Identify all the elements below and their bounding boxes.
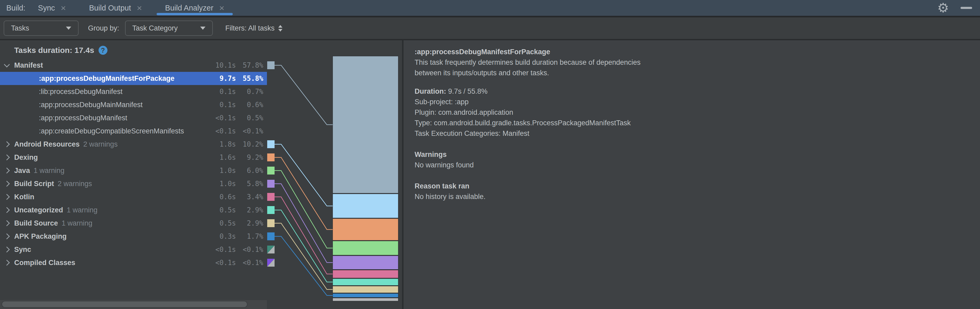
tree-row[interactable]: Android Resources2 warnings1.8s10.2% bbox=[0, 138, 267, 151]
task-description-line: between its inputs/outputs and other tas… bbox=[415, 68, 980, 78]
minimize-icon[interactable] bbox=[961, 7, 972, 9]
tree-row[interactable]: APK Packaging0.3s1.7% bbox=[0, 230, 267, 243]
bar-segment[interactable] bbox=[332, 218, 398, 240]
task-percent: 57.8% bbox=[221, 59, 263, 72]
task-percent: 1.7% bbox=[221, 230, 263, 243]
bar-segment[interactable] bbox=[332, 56, 398, 193]
row-text: APK Packaging bbox=[14, 230, 211, 243]
close-icon[interactable]: × bbox=[219, 3, 224, 12]
chevron-collapsed-icon[interactable] bbox=[4, 155, 10, 160]
tree-row[interactable]: :app:processDebugMainManifest0.1s0.6% bbox=[0, 98, 267, 111]
build-analyzer-window: Build: Sync×Build Output×Build Analyzer×… bbox=[0, 0, 980, 309]
tree-row[interactable]: Sync<0.1s<0.1% bbox=[0, 243, 267, 256]
warnings-count: 2 warnings bbox=[58, 180, 92, 188]
reason-header: Reason task ran bbox=[415, 181, 980, 191]
row-text: Java1 warning bbox=[14, 164, 211, 177]
task-duration-chart[interactable] bbox=[267, 40, 402, 309]
chevron-expanded-icon[interactable] bbox=[4, 62, 10, 68]
row-text: Build Script2 warnings bbox=[14, 177, 211, 190]
filters-control[interactable]: Filters: All tasks bbox=[226, 24, 283, 32]
chart-connector-line bbox=[275, 157, 332, 229]
task-percent: 0.6% bbox=[221, 98, 263, 111]
tree-row[interactable]: Build Script2 warnings1.0s5.8% bbox=[0, 177, 267, 190]
chart-connector-line bbox=[275, 210, 332, 282]
row-text: Compiled Classes bbox=[14, 256, 211, 269]
group-by-select[interactable]: Task Category bbox=[125, 21, 213, 36]
bar-segment[interactable] bbox=[332, 293, 398, 298]
close-icon[interactable]: × bbox=[137, 3, 142, 12]
task-percent: 6.0% bbox=[221, 164, 263, 177]
tree-row[interactable]: Kotlin0.6s3.4% bbox=[0, 190, 267, 203]
tree-row[interactable]: Uncategorized1 warning0.5s2.9% bbox=[0, 203, 267, 217]
task-label: APK Packaging bbox=[14, 232, 67, 240]
task-categories: Task Execution Categories: Manifest bbox=[415, 128, 980, 139]
chevron-collapsed-icon[interactable] bbox=[4, 207, 10, 213]
task-title: :app:processDebugManifestForPackage bbox=[415, 46, 980, 57]
task-label: Dexing bbox=[14, 154, 38, 162]
reason-block: Reason task ran No history is available. bbox=[415, 181, 980, 202]
task-label: :app:processDebugManifest bbox=[39, 114, 127, 122]
chart-connector-line bbox=[275, 65, 332, 125]
scrollbar-thumb[interactable] bbox=[2, 301, 248, 308]
task-label: Compiled Classes bbox=[14, 259, 75, 267]
tree-row[interactable]: Java1 warning1.0s6.0% bbox=[0, 164, 267, 177]
bar-segment[interactable] bbox=[332, 279, 398, 285]
tab-sync[interactable]: Sync× bbox=[30, 0, 74, 16]
view-select[interactable]: Tasks bbox=[4, 21, 78, 36]
chevron-collapsed-icon[interactable] bbox=[4, 181, 10, 187]
gear-icon[interactable]: ⚙ bbox=[937, 0, 949, 16]
bar-segment[interactable] bbox=[332, 286, 398, 293]
task-percent: 9.2% bbox=[221, 151, 263, 164]
tab-build-output[interactable]: Build Output× bbox=[81, 0, 150, 16]
row-text: :app:createDebugCompatibleScreenManifest… bbox=[39, 125, 211, 138]
row-text: Build Source1 warning bbox=[14, 217, 211, 230]
toolbar: Tasks Group by: Task Category Filters: A… bbox=[0, 18, 980, 39]
warnings-text: No warnings found bbox=[415, 160, 980, 170]
bar-segment[interactable] bbox=[332, 256, 398, 269]
row-text: Uncategorized1 warning bbox=[14, 203, 211, 217]
tree-row[interactable]: Dexing1.6s9.2% bbox=[0, 151, 267, 164]
bar-segment[interactable] bbox=[332, 194, 398, 218]
close-icon[interactable]: × bbox=[61, 3, 66, 12]
tree-row[interactable]: :app:processDebugManifest<0.1s0.5% bbox=[0, 111, 267, 125]
category-chip bbox=[267, 167, 275, 175]
tool-window-tabbar: Build: Sync×Build Output×Build Analyzer×… bbox=[0, 0, 980, 16]
chevron-collapsed-icon[interactable] bbox=[4, 247, 10, 253]
row-text: Android Resources2 warnings bbox=[14, 138, 211, 151]
chevron-collapsed-icon[interactable] bbox=[4, 260, 10, 266]
category-chip bbox=[267, 180, 275, 188]
tree-row[interactable]: :lib:processDebugManifest0.1s0.7% bbox=[0, 85, 267, 98]
tabs: Sync×Build Output×Build Analyzer× bbox=[30, 0, 239, 16]
chevron-collapsed-icon[interactable] bbox=[4, 234, 10, 240]
tab-build-analyzer[interactable]: Build Analyzer× bbox=[157, 0, 233, 16]
tree-row[interactable]: :app:processDebugManifestForPackage9.7s5… bbox=[0, 72, 267, 85]
tree-row[interactable]: Compiled Classes<0.1s<0.1% bbox=[0, 256, 267, 269]
warnings-count: 2 warnings bbox=[83, 140, 118, 149]
row-text: :lib:processDebugManifest bbox=[39, 85, 211, 98]
chevron-collapsed-icon[interactable] bbox=[4, 194, 10, 200]
task-percent: 3.4% bbox=[221, 190, 263, 203]
horizontal-scrollbar[interactable] bbox=[0, 300, 267, 309]
tree-row[interactable]: Build Source1 warning0.5s2.9% bbox=[0, 217, 267, 230]
task-percent: 10.2% bbox=[221, 138, 263, 151]
view-select-value: Tasks bbox=[11, 24, 29, 32]
tree-row[interactable]: Manifest10.1s57.8% bbox=[0, 59, 267, 72]
bar-segment-remainder[interactable] bbox=[332, 298, 398, 301]
task-subproject: Sub-project: :app bbox=[415, 97, 980, 107]
group-by-select-value: Task Category bbox=[132, 24, 178, 32]
row-text: Kotlin bbox=[14, 190, 211, 203]
chevron-collapsed-icon[interactable] bbox=[4, 220, 10, 226]
tasks-duration-header: Tasks duration: 17.4s ? bbox=[0, 40, 267, 59]
task-plugin: Plugin: com.android.application bbox=[415, 107, 980, 118]
warnings-header: Warnings bbox=[415, 149, 980, 160]
chevron-collapsed-icon[interactable] bbox=[4, 141, 10, 147]
tree-row[interactable]: :app:createDebugCompatibleScreenManifest… bbox=[0, 125, 267, 138]
bar-segment[interactable] bbox=[332, 270, 398, 278]
bar-segment[interactable] bbox=[332, 241, 398, 255]
row-text: :app:processDebugManifestForPackage bbox=[39, 72, 211, 85]
chevron-collapsed-icon[interactable] bbox=[4, 168, 10, 174]
help-icon[interactable]: ? bbox=[99, 46, 107, 55]
task-label: Kotlin bbox=[14, 193, 34, 201]
task-label: Build Source bbox=[14, 219, 58, 227]
category-chip bbox=[267, 206, 275, 214]
